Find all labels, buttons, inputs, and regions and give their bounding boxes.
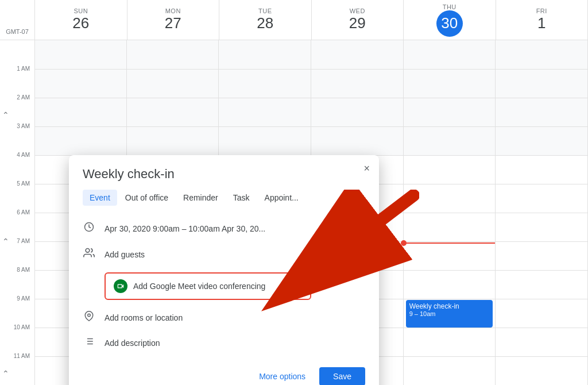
location-text[interactable]: Add rooms or location (105, 313, 183, 322)
collapse-button-top[interactable]: ⌃ (0, 109, 11, 121)
thu-col: Weekly check-in 9 – 10am (404, 40, 496, 385)
gmt-label: GMT-07 (0, 0, 34, 40)
clock-icon (83, 222, 95, 235)
location-field[interactable]: Add rooms or location (83, 305, 365, 330)
event-modal: × Weekly check-in Event Out of office Re… (69, 155, 379, 385)
time-8am: 8 AM (17, 267, 30, 273)
time-indicator (404, 242, 496, 244)
tab-appointment[interactable]: Appoint... (258, 190, 304, 206)
description-field[interactable]: Add description (83, 330, 365, 356)
modal-title: Weekly check-in (83, 167, 365, 182)
add-google-meet-button[interactable]: Add Google Meet video conferencing (105, 272, 311, 300)
datetime-text[interactable]: Apr 30, 2020 9:00am – 10:00am Apr 30, 20… (105, 224, 265, 233)
collapse-button-mid[interactable]: ⌃ (0, 236, 11, 247)
modal-footer: More options Save (83, 367, 365, 385)
calendar-container: GMT-07 SUN 26 MON 27 TUE 28 WED 29 THU 3… (0, 0, 588, 385)
tab-task[interactable]: Task (226, 190, 257, 206)
description-text[interactable]: Add description (105, 338, 160, 348)
time-3am: 3 AM (17, 123, 30, 129)
day-col-mon: MON 27 (127, 0, 219, 40)
google-meet-icon (114, 279, 127, 293)
svg-point-1 (86, 249, 90, 253)
svg-point-2 (88, 314, 91, 317)
day-col-sun: SUN 26 (34, 0, 127, 40)
description-icon (83, 336, 95, 349)
day-col-thu: THU 30 (403, 0, 496, 40)
tab-out-of-office[interactable]: Out of office (118, 190, 175, 206)
day-col-tue: TUE 28 (219, 0, 311, 40)
datetime-field: Apr 30, 2020 9:00am – 10:00am Apr 30, 20… (83, 216, 365, 241)
time-1am: 1 AM (17, 66, 30, 72)
tab-event[interactable]: Event (83, 190, 117, 206)
day-col-wed: WED 29 (311, 0, 404, 40)
weekly-checkin-event[interactable]: Weekly check-in 9 – 10am (406, 300, 493, 328)
time-9am: 9 AM (17, 295, 30, 302)
time-10am: 10 AM (14, 324, 30, 330)
meet-field: Add Google Meet video conferencing (83, 268, 365, 305)
guests-field[interactable]: Add guests (83, 241, 365, 268)
collapse-button-bot[interactable]: ⌃ (0, 368, 11, 379)
modal-close-button[interactable]: × (363, 163, 370, 174)
time-6am: 6 AM (17, 209, 30, 215)
time-column: ⌃ ⌃ ⌃ 1 AM 2 AM 3 AM 4 AM 5 AM 6 AM 7 AM… (0, 40, 34, 385)
guests-icon (83, 247, 95, 261)
save-button[interactable]: Save (319, 367, 365, 385)
meet-button-text: Add Google Meet video conferencing (133, 282, 265, 291)
more-options-button[interactable]: More options (250, 367, 315, 385)
day-col-fri: FRI 1 (496, 0, 589, 40)
calendar-header: GMT-07 SUN 26 MON 27 TUE 28 WED 29 THU 3… (0, 0, 588, 40)
fri-col (496, 40, 588, 385)
time-5am: 5 AM (17, 180, 30, 187)
time-2am: 2 AM (17, 94, 30, 101)
time-4am: 4 AM (17, 152, 30, 158)
modal-tabs: Event Out of office Reminder Task Appoin… (83, 190, 365, 206)
tab-reminder[interactable]: Reminder (176, 190, 225, 206)
guests-text[interactable]: Add guests (105, 250, 145, 259)
time-11am: 11 AM (14, 353, 30, 359)
time-7am: 7 AM (17, 238, 30, 244)
location-icon (83, 311, 95, 324)
